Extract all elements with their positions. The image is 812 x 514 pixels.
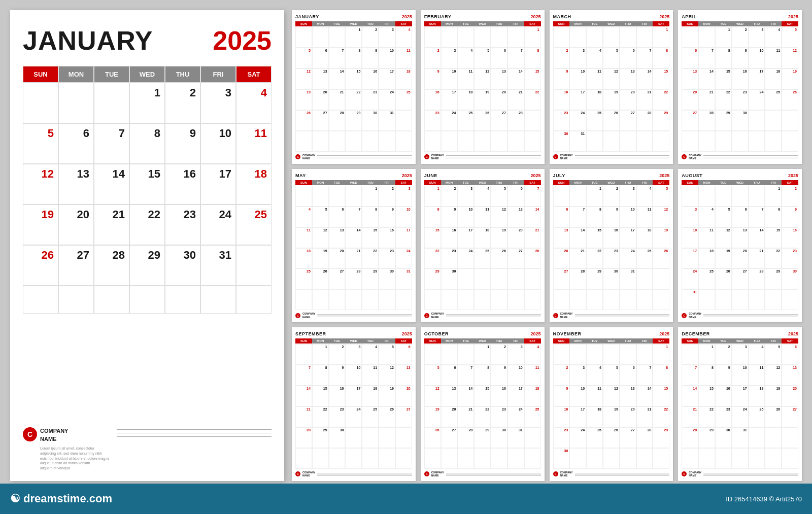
small-cal-cell: 30 (782, 268, 798, 289)
small-cal-footer: C COMPANYNAME (295, 154, 412, 160)
small-cal-week: 16171819202122 (553, 406, 670, 427)
small-cal-cell: 13 (507, 207, 524, 227)
small-cal-cell: 16 (362, 68, 379, 89)
small-cal-cell (698, 27, 715, 48)
small-cal-cell: 5 (653, 186, 669, 207)
small-cal-cell (441, 27, 458, 48)
small-cal-cell: 14 (295, 386, 312, 406)
small-cal-cell: 13 (491, 68, 507, 89)
small-cal-cell: 22 (653, 89, 669, 110)
small-cal-cell: 29 (345, 110, 362, 131)
small-company-text: COMPANYNAME (689, 154, 701, 160)
small-cal-cell: 23 (441, 248, 458, 269)
small-cal-week: 282930 (295, 427, 412, 448)
small-day-header-tue: TUE (715, 21, 732, 26)
small-cal-cell: 29 (362, 268, 379, 289)
small-day-header-mon: MON (569, 21, 586, 26)
small-cal-cell (379, 131, 395, 152)
small-cal-cell: 15 (524, 68, 541, 89)
small-cal-cell (345, 131, 362, 152)
small-cal-cell: 16 (379, 227, 395, 248)
small-cal-cell: 9 (553, 68, 570, 89)
small-cal-cell: 10 (682, 227, 698, 248)
small-cal-april: APRIL2025SUNMONTUEWEDTHUFRISAT1234567891… (678, 10, 802, 164)
small-day-headers: SUNMONTUEWEDTHUFRISAT (424, 338, 541, 344)
small-cal-cell: 24 (569, 427, 586, 448)
small-day-header-wed: WED (732, 21, 749, 26)
small-cal-cell: 11 (457, 68, 474, 89)
small-cal-cell (329, 131, 346, 152)
small-cal-cell: 17 (379, 68, 395, 89)
small-cal-cell: 28 (569, 268, 586, 289)
small-cal-cell (457, 131, 474, 152)
small-cal-cell: 17 (441, 89, 458, 110)
small-cal-cell: 12 (474, 68, 491, 89)
small-cal-cell (345, 186, 362, 207)
small-cal-week: 15161718192021 (424, 227, 541, 248)
small-cal-cell (312, 27, 329, 48)
small-day-header-sat: SAT (395, 338, 412, 344)
small-cal-cell: 15 (765, 227, 782, 248)
small-cal-cell: 2 (491, 344, 507, 365)
small-cal-cell: 15 (474, 386, 491, 406)
small-cal-cell (424, 131, 441, 152)
cal-cell-25: 25 (236, 204, 272, 245)
small-cal-cell (715, 289, 732, 310)
small-cal-cell: 9 (782, 207, 798, 227)
small-cal-cell (603, 289, 620, 310)
small-cal-cell: 24 (395, 248, 412, 269)
cal-week-1: x x x 1 2 3 4 (23, 83, 272, 123)
small-cal-cell (295, 131, 312, 152)
small-cal-cell: 3 (507, 344, 524, 365)
small-cal-cell (749, 448, 765, 469)
small-cal-week: 12131415161718 (424, 386, 541, 406)
small-cal-cell: 28 (329, 110, 346, 131)
small-cal-cell: 1 (698, 344, 715, 365)
small-cal-cell: 16 (603, 227, 620, 248)
small-cal-cell: 21 (295, 406, 312, 427)
small-day-header-tue: TUE (329, 180, 346, 185)
small-cal-cell: 2 (441, 186, 458, 207)
small-cal-cell: 24 (620, 248, 636, 269)
small-cal-cell: 31 (379, 110, 395, 131)
small-cal-cell: 9 (329, 365, 346, 386)
small-cal-cell: 2 (553, 365, 570, 386)
small-company-logo: C (295, 313, 300, 318)
small-cal-cell: 4 (474, 186, 491, 207)
small-day-header-fri: FRI (636, 21, 653, 26)
small-cal-cell: 23 (715, 406, 732, 427)
cal-week-6: x x x x x x x (23, 286, 272, 314)
cal-cell-23: 23 (165, 204, 200, 245)
small-cal-cell: 16 (491, 386, 507, 406)
small-cal-cell: 7 (329, 48, 346, 68)
small-cal-cell: 2 (715, 344, 732, 365)
small-cal-cell: 18 (457, 89, 474, 110)
small-cal-cell (524, 110, 541, 131)
small-cal-cell: 26 (653, 248, 669, 269)
small-cal-week: 567891011 (295, 48, 412, 68)
small-cal-cell: 1 (424, 186, 441, 207)
small-cal-week: 123456 (682, 344, 798, 365)
small-cal-cell: 15 (715, 68, 732, 89)
small-cal-cell: 7 (457, 365, 474, 386)
cal-cell-31: 31 (200, 245, 236, 286)
small-cal-cell: 3 (682, 207, 698, 227)
cal-cell-e: x (94, 286, 129, 314)
small-cal-cell: 24 (457, 248, 474, 269)
small-cal-cell: 28 (636, 110, 653, 131)
small-cal-header: SEPTEMBER2025 (295, 331, 412, 336)
small-cal-cell (620, 27, 636, 48)
small-company-logo: C (553, 313, 558, 318)
small-cal-week (295, 448, 412, 469)
small-cal-cell: 30 (441, 268, 458, 289)
small-cal-weeks: 1234567891011121314151617181920212223242… (553, 186, 670, 311)
cal-cell-20: 20 (58, 204, 94, 245)
small-cal-cell (362, 289, 379, 310)
small-cal-cell (765, 110, 782, 131)
small-cal-cell: 11 (765, 48, 782, 68)
cal-cell-8: 8 (129, 123, 165, 164)
small-cal-cell (603, 448, 620, 469)
small-day-header-sun: SUN (682, 338, 698, 344)
small-cal-week: 21222324252627 (295, 406, 412, 427)
small-cal-cell: 13 (782, 365, 798, 386)
